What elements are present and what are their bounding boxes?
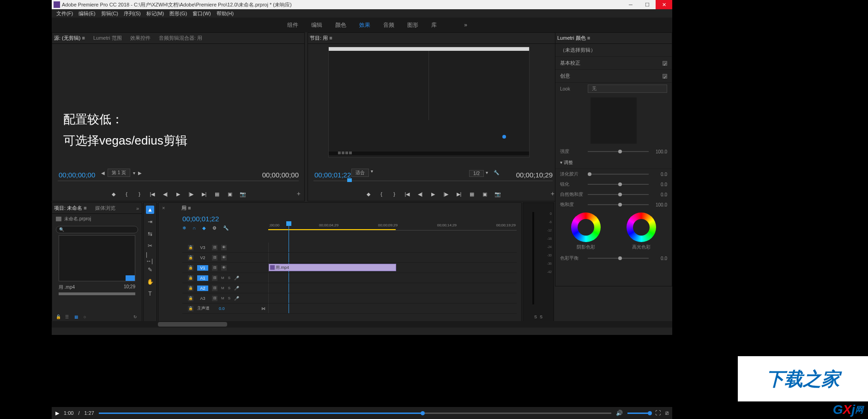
sync-icon[interactable]: ⊟ [212, 245, 217, 250]
zoom-slider-icon[interactable]: ○ [84, 315, 88, 319]
lock-icon[interactable]: 🔒 [188, 245, 193, 250]
export-frame-icon[interactable]: 📷 [240, 191, 246, 197]
lock-icon[interactable]: 🔓 [56, 315, 60, 319]
vp-play-icon[interactable]: ▶ [55, 410, 59, 416]
thumb-scrub[interactable] [59, 292, 135, 295]
ws-library[interactable]: 库 [431, 21, 437, 29]
ws-graphics[interactable]: 图形 [407, 21, 418, 29]
work-area-bar[interactable] [268, 229, 396, 230]
marker-icon[interactable]: ◆ [110, 191, 117, 197]
track-a1-label[interactable]: A1 [197, 275, 208, 281]
lock-icon[interactable]: 🔒 [188, 285, 193, 291]
sync-icon[interactable]: ⊟ [212, 265, 217, 271]
fit-dropdown-icon[interactable]: ▾ [371, 169, 373, 177]
type-tool-icon[interactable]: T [146, 290, 154, 298]
track-select-tool-icon[interactable]: ⇥ [146, 218, 154, 226]
menu-window[interactable]: 窗口(W) [190, 10, 214, 17]
ws-editing[interactable]: 编辑 [311, 21, 322, 29]
maximize-button[interactable]: ☐ [639, 0, 656, 9]
tab-effect-controls[interactable]: 效果控件 [130, 35, 151, 42]
page-dropdown-icon[interactable]: ▾ [133, 170, 135, 176]
vp-seek-track[interactable] [99, 413, 611, 414]
tabs-more-icon[interactable]: » [136, 206, 142, 211]
volume-thumb[interactable] [648, 411, 652, 415]
solo-icon[interactable]: S [228, 296, 230, 300]
lumetri-creative[interactable]: 创意✓ [555, 70, 672, 83]
track-v1[interactable]: 🔒V1⊟👁 用.mp4 [182, 263, 517, 273]
tl-close-icon[interactable]: × [162, 205, 165, 211]
scale-control[interactable]: 1/2 ▾ 🔧 [469, 170, 499, 177]
sat-value[interactable]: 100.0 [651, 202, 667, 207]
lock-icon[interactable]: 🔒 [188, 265, 193, 271]
highlight-wheel[interactable] [627, 213, 656, 242]
tab-program[interactable]: 节目: 用 ≡ [310, 35, 332, 42]
mute-icon[interactable]: M [221, 286, 224, 290]
source-add-icon[interactable]: + [297, 190, 301, 197]
menu-edit[interactable]: 编辑(E) [76, 10, 98, 17]
checkbox-icon[interactable]: ✓ [663, 74, 667, 79]
goto-out-icon[interactable]: ▶| [201, 191, 207, 197]
eye-icon[interactable]: 👁 [221, 255, 227, 261]
tab-sequence[interactable]: 用 ≡ [181, 205, 191, 212]
settings-icon[interactable]: ⚙ [212, 225, 217, 231]
menu-help[interactable]: 帮助(H) [214, 10, 236, 17]
volume-icon[interactable]: 🔊 [616, 410, 623, 416]
p-in-icon[interactable]: { [378, 191, 385, 197]
close-button[interactable]: ✕ [656, 0, 672, 9]
sharpen-slider[interactable] [588, 184, 649, 185]
track-v2-label[interactable]: V2 [197, 255, 208, 261]
mute-icon[interactable]: M [221, 276, 224, 280]
linked-selection-icon[interactable]: ∩ [193, 225, 196, 231]
marker-add-icon[interactable]: ◆ [202, 225, 206, 231]
look-dropdown[interactable]: 无 [588, 85, 667, 93]
source-ruler[interactable] [58, 181, 299, 187]
program-add-icon[interactable]: + [551, 190, 555, 197]
track-a2[interactable]: 🔒A2⊟MS🎤 [182, 283, 517, 293]
sync-icon[interactable]: ⊟ [212, 285, 217, 291]
p-goto-in-icon[interactable]: |◀ [404, 191, 410, 197]
icon-view-icon[interactable]: ▦ [74, 315, 79, 319]
razor-tool-icon[interactable]: ✂ [146, 242, 154, 250]
p-goto-out-icon[interactable]: ▶| [456, 191, 462, 197]
solo-s1[interactable]: S [534, 315, 537, 319]
ws-audio[interactable]: 音频 [383, 21, 394, 29]
lumetri-basic[interactable]: 基本校正✓ [555, 57, 672, 70]
faded-value[interactable]: 0.0 [651, 172, 667, 177]
timeline-timecode[interactable]: 00;00;01;22 [158, 213, 521, 224]
intensity-slider[interactable] [588, 151, 649, 152]
project-search[interactable]: 🔍 [56, 226, 138, 233]
mic-icon[interactable]: 🎤 [234, 276, 239, 280]
hand-tool-icon[interactable]: ✋ [146, 278, 154, 286]
ws-effects[interactable]: 效果 [359, 21, 370, 29]
sync-icon[interactable]: ⊟ [212, 255, 217, 261]
mic-icon[interactable]: 🎤 [234, 286, 239, 291]
intensity-value[interactable]: 100.0 [651, 149, 667, 154]
tab-lumetri-scope[interactable]: Lumetri 范围 [93, 35, 122, 42]
overwrite-icon[interactable]: ▣ [227, 191, 233, 197]
eye-icon[interactable]: 👁 [221, 265, 227, 271]
menu-file[interactable]: 文件(F) [54, 10, 76, 17]
p-out-icon[interactable]: } [391, 191, 398, 197]
fit-control[interactable]: 适合 ▾ [351, 169, 373, 177]
minimize-button[interactable]: ─ [622, 0, 639, 9]
menu-graphics[interactable]: 图形(G) [167, 10, 190, 17]
tab-source[interactable]: 源: (无剪辑) ≡ [54, 35, 85, 42]
sharpen-value[interactable]: 0.0 [651, 182, 667, 187]
snap-icon[interactable]: ❄ [182, 225, 186, 231]
clip-v1[interactable]: 用.mp4 [269, 264, 396, 271]
natsat-slider[interactable] [588, 194, 649, 195]
adjust-section[interactable]: ▾ 调整 [555, 157, 672, 169]
track-v3-label[interactable]: V3 [197, 245, 208, 250]
p-marker-icon[interactable]: ◆ [365, 191, 372, 197]
ws-more-icon[interactable]: » [464, 22, 467, 28]
project-thumb[interactable] [59, 235, 135, 281]
p-step-fwd-icon[interactable]: |▶ [443, 191, 449, 197]
program-playhead-icon[interactable] [347, 178, 352, 182]
ws-assembly[interactable]: 组件 [287, 21, 298, 29]
page-label[interactable]: 第 1 页 [108, 169, 130, 177]
scale-label[interactable]: 1/2 [469, 170, 484, 177]
mute-icon[interactable]: M [221, 296, 224, 300]
track-a1[interactable]: 🔒A1⊟MS🎤 [182, 273, 517, 283]
ws-color[interactable]: 颜色 [335, 21, 346, 29]
mic-icon[interactable]: 🎤 [234, 296, 239, 301]
